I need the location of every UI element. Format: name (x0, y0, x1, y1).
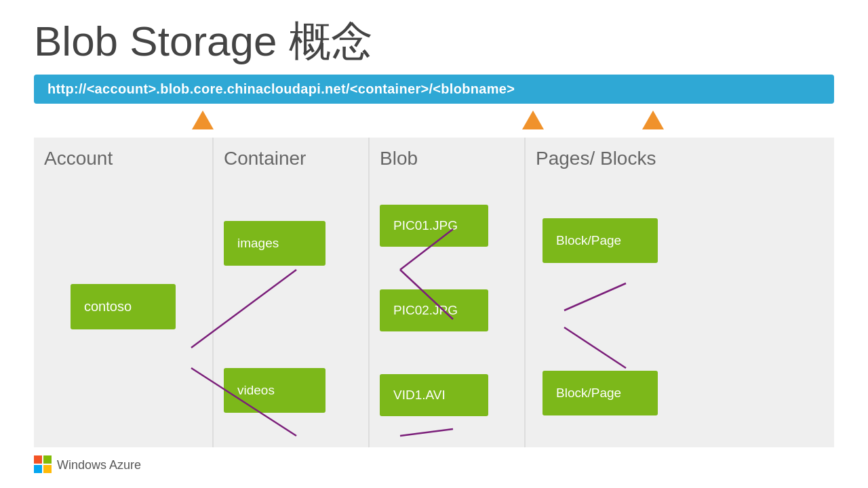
svg-rect-7 (34, 455, 42, 464)
svg-rect-10 (43, 465, 52, 473)
container-column-label: Container (224, 148, 358, 169)
url-bar: http://<account>.blob.core.chinacloudapi… (34, 75, 834, 104)
videos-box: videos (224, 368, 326, 413)
pic02-box: PIC02.JPG (380, 289, 488, 331)
windows-azure-logo: Windows Azure (34, 455, 141, 474)
azure-logo-icon (34, 455, 53, 474)
pic01-box: PIC01.JPG (380, 205, 488, 247)
page-title: Blob Storage 概念 (34, 20, 834, 62)
blockpage1-box: Block/Page (542, 218, 658, 263)
azure-logo-text: Windows Azure (57, 458, 141, 472)
blob-arrow-icon (642, 110, 664, 129)
account-column: Account contoso (34, 138, 214, 447)
footer: Windows Azure (34, 447, 834, 474)
blob-column: Blob PIC01.JPG PIC02.JPG VID1.AVI (370, 138, 526, 447)
account-arrow-icon (192, 110, 214, 129)
contoso-box: contoso (71, 284, 176, 329)
arrows-row (34, 104, 834, 138)
svg-rect-8 (43, 455, 52, 464)
diagram-area: Account contoso Container images videos … (34, 138, 834, 447)
container-column: Container images videos (214, 138, 370, 447)
container-arrow-icon (522, 110, 544, 129)
pages-column-label: Pages/ Blocks (536, 148, 824, 169)
images-box: images (224, 221, 326, 266)
account-column-label: Account (44, 148, 202, 169)
vid1-box: VID1.AVI (380, 374, 488, 416)
svg-rect-9 (34, 465, 42, 473)
blockpage2-box: Block/Page (542, 371, 658, 415)
blob-column-label: Blob (380, 148, 514, 169)
pages-column: Pages/ Blocks Block/Page Block/Page (526, 138, 834, 447)
